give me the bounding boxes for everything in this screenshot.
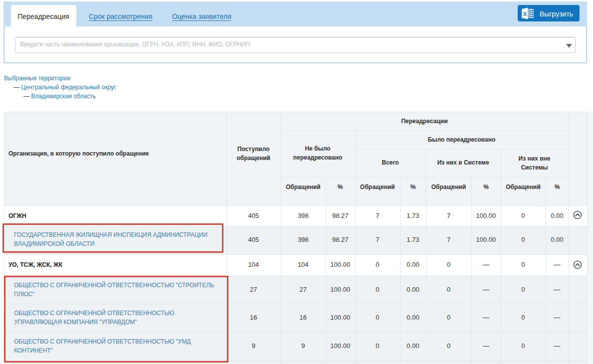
svg-text:X: X (523, 11, 527, 17)
